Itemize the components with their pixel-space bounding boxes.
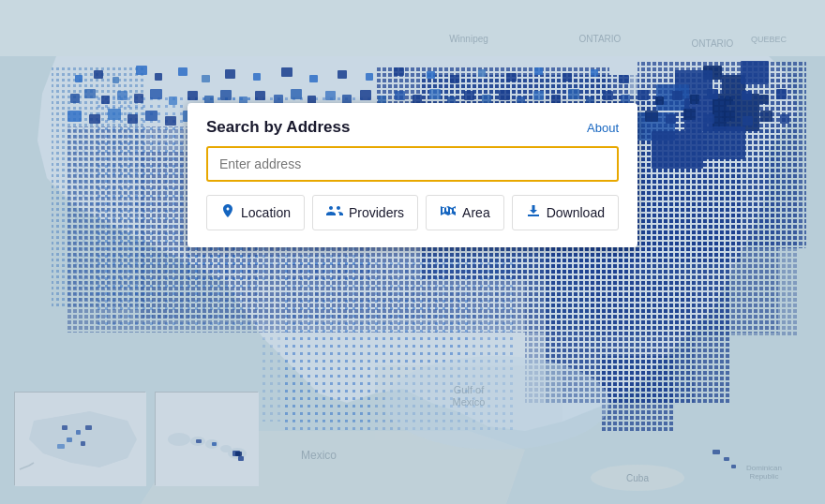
svg-rect-91: [89, 114, 100, 124]
svg-rect-34: [281, 67, 292, 77]
svg-rect-35: [309, 75, 318, 82]
svg-rect-92: [108, 109, 121, 120]
svg-rect-68: [429, 89, 441, 99]
svg-rect-26: [94, 70, 103, 79]
svg-rect-167: [238, 456, 244, 461]
svg-point-158: [168, 433, 190, 446]
svg-text:Mexico: Mexico: [301, 449, 337, 462]
svg-rect-50: [117, 91, 128, 100]
svg-rect-70: [464, 91, 474, 100]
svg-rect-27: [112, 77, 119, 83]
svg-rect-152: [76, 430, 81, 435]
inset-hawaii-map: [155, 392, 258, 485]
svg-rect-90: [68, 111, 82, 122]
location-icon: [220, 203, 235, 222]
button-row: Location Providers Area: [206, 195, 619, 230]
svg-text:ONTARIO: ONTARIO: [579, 34, 622, 44]
svg-rect-95: [165, 116, 176, 126]
svg-rect-166: [235, 452, 242, 456]
svg-rect-156: [57, 444, 65, 449]
svg-text:Dominican: Dominican: [746, 464, 782, 472]
about-link[interactable]: About: [587, 121, 619, 135]
svg-text:Winnipeg: Winnipeg: [449, 34, 488, 44]
providers-button[interactable]: Providers: [312, 195, 418, 230]
svg-rect-30: [178, 67, 188, 76]
search-panel: Search by Address About Location Pro: [188, 103, 638, 247]
svg-rect-76: [568, 89, 579, 99]
svg-text:Republic: Republic: [749, 472, 778, 481]
svg-rect-154: [67, 437, 72, 442]
svg-rect-48: [84, 89, 96, 98]
svg-rect-47: [70, 94, 80, 103]
svg-rect-41: [478, 69, 486, 77]
svg-text:Mexico: Mexico: [453, 396, 486, 408]
svg-rect-94: [145, 111, 158, 121]
svg-rect-37: [366, 73, 373, 81]
svg-rect-93: [128, 114, 138, 124]
svg-rect-36: [338, 70, 347, 79]
svg-rect-52: [150, 89, 162, 99]
inset-alaska-map: [14, 392, 145, 485]
svg-rect-54: [188, 91, 198, 100]
search-title: Search by Address: [206, 118, 350, 137]
download-button[interactable]: Download: [512, 195, 619, 230]
svg-rect-66: [395, 91, 405, 100]
svg-rect-153: [85, 425, 92, 430]
svg-rect-42: [506, 73, 517, 82]
providers-icon: [326, 204, 343, 221]
svg-rect-29: [155, 73, 162, 81]
svg-rect-155: [81, 441, 85, 446]
svg-rect-164: [212, 442, 217, 446]
svg-rect-145: [712, 450, 720, 454]
download-label: Download: [547, 205, 605, 220]
svg-text:QUEBEC: QUEBEC: [751, 35, 788, 44]
area-label: Area: [462, 205, 490, 220]
address-input[interactable]: [206, 146, 619, 182]
svg-rect-146: [724, 457, 729, 461]
svg-rect-25: [75, 75, 82, 82]
location-button[interactable]: Location: [206, 195, 305, 230]
area-button[interactable]: Area: [426, 195, 504, 230]
svg-rect-32: [225, 69, 235, 79]
area-icon: [440, 204, 457, 221]
svg-rect-72: [499, 90, 510, 100]
svg-rect-38: [394, 67, 404, 76]
search-header: Search by Address About: [206, 118, 619, 137]
svg-rect-33: [253, 73, 261, 81]
svg-rect-43: [534, 67, 543, 75]
svg-rect-39: [427, 71, 435, 79]
svg-text:Cuba: Cuba: [626, 473, 649, 483]
svg-rect-151: [62, 425, 68, 430]
svg-text:ONTARIO: ONTARIO: [692, 38, 734, 49]
download-icon: [526, 203, 541, 222]
svg-rect-53: [169, 96, 177, 105]
svg-point-135: [384, 356, 609, 450]
svg-rect-58: [255, 91, 265, 100]
svg-rect-40: [450, 75, 459, 83]
svg-rect-56: [220, 90, 232, 100]
svg-rect-60: [291, 89, 302, 99]
svg-rect-44: [562, 73, 572, 82]
svg-rect-165: [196, 439, 202, 443]
svg-rect-51: [134, 94, 143, 103]
location-label: Location: [241, 205, 291, 220]
svg-text:Gulf of: Gulf of: [454, 384, 485, 395]
svg-rect-62: [325, 91, 336, 100]
svg-rect-147: [731, 465, 736, 468]
svg-rect-28: [136, 66, 147, 75]
providers-label: Providers: [349, 205, 404, 220]
map-container: Gulf of Mexico Mexico ONTARIO ONTARIO Wi…: [0, 0, 825, 504]
svg-rect-49: [101, 96, 110, 104]
svg-rect-64: [360, 90, 371, 100]
svg-rect-31: [202, 75, 210, 82]
svg-rect-74: [533, 91, 544, 100]
